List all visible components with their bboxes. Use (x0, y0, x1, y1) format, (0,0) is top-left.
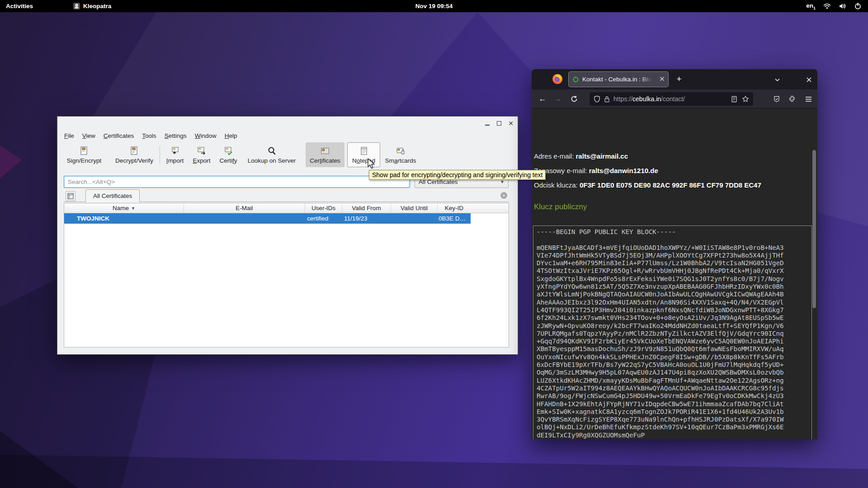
scrollbar-thumb[interactable] (812, 150, 816, 308)
export-button[interactable]: Export (189, 142, 214, 167)
activities-button[interactable]: Activities (0, 0, 39, 12)
tab-layout-icon-button[interactable] (66, 191, 75, 201)
certify-button[interactable]: Certify (216, 142, 241, 167)
sign-encrypt-icon (79, 146, 89, 156)
menu-tools[interactable]: Tools (138, 131, 160, 140)
cell-name: TWOJNICK (64, 215, 184, 222)
lookup-on-server-label: Lookup on Server (248, 157, 296, 164)
sign-encrypt-button[interactable]: Sign/Encrypt (60, 142, 108, 167)
url-text: https://cebulka.in/contact/ (613, 95, 727, 103)
clock[interactable]: Nov 19 09:54 (0, 3, 868, 9)
window-close-button[interactable] (803, 74, 815, 85)
page-content: Adres e-mail: ralts@airmail.cc Zapasowy … (532, 108, 817, 439)
certificate-row-selected[interactable]: TWOJNICK certified 11/19/23 0B3E D… (64, 213, 471, 224)
certificate-tab-bar: All Certificates ✕ (64, 189, 509, 202)
import-button[interactable]: Import (162, 142, 188, 167)
certificates-view-button[interactable]: Certificates (306, 142, 344, 167)
close-icon (806, 77, 812, 83)
column-header-valid-until[interactable]: Valid Until (391, 203, 438, 213)
reload-button[interactable] (568, 93, 580, 105)
backup-email-line: Zapasowy e-mail: ralts@danwin1210.de (534, 167, 658, 174)
certify-icon (223, 146, 233, 156)
tracking-protection-shield-icon[interactable] (594, 95, 600, 103)
toolbar-separator (160, 146, 160, 164)
certificate-table: Name▼ E-Mail User-IDs Valid From Valid U… (64, 203, 509, 347)
forward-button[interactable]: → (552, 93, 564, 105)
tab-title: Kontakt - Cebulka.in : Blo (582, 76, 654, 83)
tab-close-icon[interactable] (660, 76, 665, 83)
volume-icon[interactable] (839, 2, 846, 10)
reader-mode-icon[interactable] (731, 96, 737, 103)
table-header: Name▼ E-Mail User-IDs Valid From Valid U… (64, 203, 509, 213)
cell-user-ids: certified (305, 215, 342, 222)
column-header-valid-from[interactable]: Valid From (342, 203, 391, 213)
menu-file[interactable]: File (60, 131, 78, 140)
extensions-puzzle-icon[interactable] (786, 93, 798, 105)
firefox-window: Kontakt - Cebulka.in : Blo + ← → https:/… (532, 69, 817, 439)
certify-label: Certify (219, 157, 237, 164)
menu-view[interactable]: View (78, 131, 99, 140)
close-tab-icon[interactable]: ✕ (500, 192, 507, 199)
fingerprint-line: Odcisk klucza: 0F3F 1DE0 E075 DE90 82AC … (534, 181, 761, 189)
hamburger-menu-icon[interactable] (802, 93, 815, 105)
new-tab-button[interactable]: + (673, 73, 685, 85)
column-header-email[interactable]: E-Mail (184, 203, 305, 213)
menu-certificates[interactable]: Certificates (99, 131, 138, 140)
tab-all-certificates[interactable]: All Certificates (85, 189, 140, 202)
wifi-icon[interactable] (823, 2, 831, 10)
reload-icon (571, 95, 578, 103)
browser-tab-active[interactable]: Kontakt - Cebulka.in : Blo (569, 72, 668, 87)
decrypt-verify-label: Decrypt/Verify (115, 157, 153, 164)
smartcards-icon (396, 146, 406, 156)
certificates-label: Certificates (310, 157, 340, 164)
gnome-top-bar: Activities Kleopatra Nov 19 09:54 en1 (0, 0, 868, 12)
menu-window[interactable]: Window (191, 131, 221, 140)
mouse-cursor (366, 158, 376, 170)
certificates-icon (320, 146, 330, 156)
kleopatra-titlebar[interactable]: ✕ (57, 117, 518, 130)
list-all-tabs-button[interactable] (771, 74, 783, 85)
site-favicon-onion-icon (572, 76, 579, 83)
export-label: Export (193, 157, 210, 164)
search-magnifier-icon (267, 146, 277, 156)
firefox-nav-bar: ← → https://cebulka.in/contact/ (532, 89, 817, 108)
back-button[interactable]: ← (536, 93, 549, 105)
smartcards-label: Smartcards (385, 157, 416, 164)
notepad-tooltip: Show pad for encrypting/decrypting and s… (369, 170, 546, 180)
decrypt-verify-icon (129, 146, 139, 156)
decrypt-verify-button[interactable]: Decrypt/Verify (109, 142, 160, 167)
kleopatra-window: ✕ File View Certificates Tools Settings … (57, 116, 518, 355)
kleopatra-app-icon (73, 3, 80, 9)
chevron-down-icon (774, 77, 780, 83)
focused-app-name: Kleopatra (83, 3, 111, 9)
lock-icon[interactable] (604, 96, 610, 103)
firefox-tab-bar: Kontakt - Cebulka.in : Blo + (532, 69, 817, 89)
shield-check-icon[interactable] (770, 93, 783, 105)
menu-help[interactable]: Help (221, 131, 241, 140)
url-bar[interactable]: https://cebulka.in/contact/ (590, 92, 753, 106)
lookup-on-server-button[interactable]: Lookup on Server (243, 142, 301, 167)
minimize-button[interactable] (483, 119, 491, 127)
email-line: Adres e-mail: ralts@airmail.cc (534, 152, 628, 160)
bookmark-star-icon[interactable] (742, 95, 749, 103)
sign-encrypt-label: Sign/Encrypt (67, 157, 102, 164)
chevron-down-icon: ▼ (500, 179, 505, 184)
certificate-search-input[interactable] (64, 176, 410, 188)
close-button[interactable]: ✕ (507, 119, 515, 127)
sort-indicator-icon: ▼ (131, 206, 135, 211)
menu-settings[interactable]: Settings (160, 131, 191, 140)
tab-label: All Certificates (93, 192, 132, 199)
main-toolbar: Sign/Encrypt Decrypt/Verify Import Expor… (57, 142, 518, 168)
keyboard-layout-indicator[interactable]: en1 (806, 2, 816, 10)
column-header-user-ids[interactable]: User-IDs (305, 203, 342, 213)
column-header-name[interactable]: Name▼ (64, 203, 184, 213)
import-icon (170, 146, 180, 156)
public-key-heading: Klucz publiczny (534, 202, 587, 211)
pgp-public-key-block[interactable]: -----BEGIN PGP PUBLIC KEY BLOCK----- mQE… (533, 225, 812, 439)
maximize-button[interactable] (495, 119, 503, 127)
smartcards-button[interactable]: Smartcards (382, 142, 419, 167)
power-icon[interactable] (854, 2, 862, 10)
column-header-key-id[interactable]: Key-ID (438, 203, 471, 213)
menu-bar: File View Certificates Tools Settings Wi… (60, 131, 241, 141)
focused-app-indicator[interactable]: Kleopatra (67, 0, 117, 12)
